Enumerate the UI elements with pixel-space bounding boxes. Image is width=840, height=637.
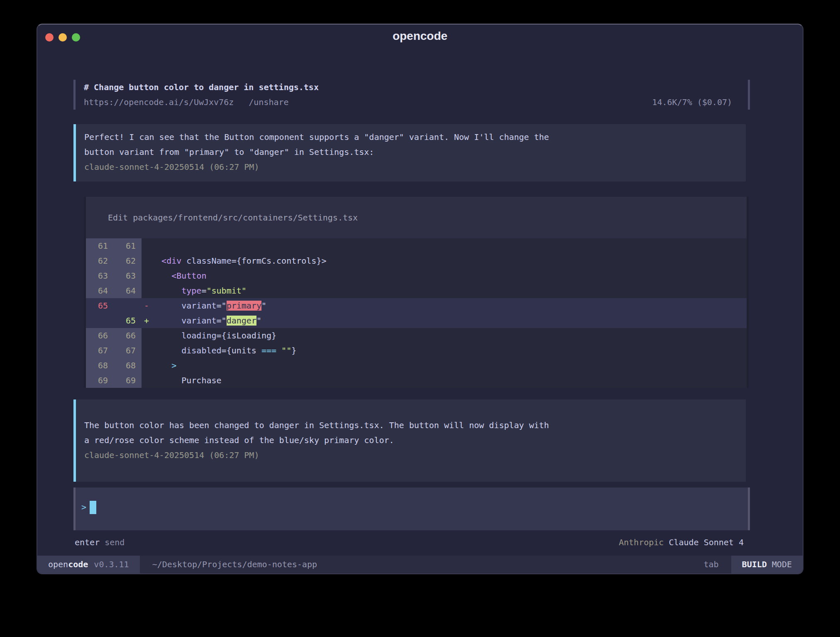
diff-marker — [142, 238, 151, 253]
new-line-number: 61 — [114, 238, 142, 253]
code-token: = — [217, 301, 222, 311]
window-titlebar: opencode — [37, 24, 803, 48]
edit-tool-card: Edit packages/frontend/src/containers/Se… — [84, 197, 749, 388]
diff-marker: - — [142, 298, 151, 313]
code-token: " — [222, 301, 227, 311]
code-token: primary — [227, 301, 261, 311]
code-token — [151, 256, 161, 266]
message-text: Perfect! I can see that the Button compo… — [84, 130, 736, 159]
new-line-number — [114, 298, 142, 313]
share-subrow: https://opencode.ai/s/UwJxv76z /unshare … — [84, 95, 748, 110]
diff-row: 6161 — [86, 238, 747, 253]
code-token: = — [222, 345, 227, 355]
code-token: "" — [281, 345, 291, 355]
old-line-number — [86, 313, 114, 328]
code-token — [151, 286, 181, 296]
status-bar-spacer — [317, 556, 703, 573]
model-indicator: AnthropicClaude Sonnet 4 — [619, 535, 744, 550]
diff-row: 6767 disabled={units === ""} — [86, 343, 747, 358]
brand-open: open — [48, 559, 68, 569]
code-token: } — [291, 345, 296, 355]
old-line-number: 67 — [86, 343, 114, 358]
diff-marker: + — [142, 313, 151, 328]
new-line-number: 69 — [114, 373, 142, 388]
code-line: type="submit" — [151, 283, 747, 298]
code-token: Purchase — [181, 375, 221, 385]
code-token: className — [186, 256, 231, 266]
new-line-number: 66 — [114, 328, 142, 343]
code-token — [151, 375, 181, 385]
code-token: = — [217, 316, 222, 326]
old-line-number: 66 — [86, 328, 114, 343]
diff-view: 61616262 <div className={formCs.controls… — [86, 238, 747, 388]
code-line — [151, 238, 747, 253]
minimize-window-button[interactable] — [59, 33, 67, 42]
code-token — [151, 271, 171, 281]
close-window-button[interactable] — [45, 33, 54, 42]
diff-marker — [142, 253, 151, 268]
share-url: https://opencode.ai/s/UwJxv76z — [84, 97, 234, 107]
session-title: # Change button color to danger in setti… — [84, 80, 748, 95]
code-line: variant="danger" — [151, 313, 747, 328]
code-token: " — [222, 316, 227, 326]
prompt-input[interactable]: > — [73, 488, 750, 530]
code-line: loading={isLoading} — [151, 328, 747, 343]
zoom-window-button[interactable] — [72, 33, 80, 42]
code-token — [151, 316, 181, 326]
code-line: disabled={units === ""} — [151, 343, 747, 358]
send-hint: entersend — [75, 535, 125, 550]
code-token: <div — [161, 256, 181, 266]
new-line-number: 65 — [114, 313, 142, 328]
header-right-rule — [748, 80, 750, 110]
new-line-number: 64 — [114, 283, 142, 298]
assistant-message: Perfect! I can see that the Button compo… — [73, 124, 746, 181]
traffic-lights — [45, 33, 80, 42]
share-header: # Change button color to danger in setti… — [73, 80, 750, 110]
code-line: Purchase — [151, 373, 747, 388]
diff-marker — [142, 283, 151, 298]
diff-row: 6969 Purchase — [86, 373, 747, 388]
diff-row: 65+ variant="danger" — [86, 313, 747, 328]
code-token: type — [181, 286, 201, 296]
code-token: === — [261, 345, 276, 355]
code-token — [151, 345, 181, 355]
new-line-number: 62 — [114, 253, 142, 268]
code-token — [151, 360, 171, 370]
diff-marker — [142, 268, 151, 283]
code-token: > — [321, 256, 326, 266]
send-hint-label: send — [105, 537, 125, 547]
unshare-command: /unshare — [249, 97, 288, 107]
code-token: <Button — [171, 271, 206, 281]
old-line-number: 63 — [86, 268, 114, 283]
message-model-meta: claude-sonnet-4-20250514 (06:27 PM) — [84, 448, 736, 463]
old-line-number: 69 — [86, 373, 114, 388]
app-version-segment: opencodev0.3.11 — [37, 556, 140, 573]
old-line-number: 62 — [86, 253, 114, 268]
code-line: <Button — [151, 268, 747, 283]
diff-row: 6868 > — [86, 358, 747, 373]
code-token: variant — [181, 316, 216, 326]
message-model-meta: claude-sonnet-4-20250514 (06:27 PM) — [84, 159, 736, 174]
code-token: {formCs.controls} — [237, 256, 322, 266]
code-token: = — [232, 256, 237, 266]
message-text: The button color has been changed to dan… — [84, 418, 736, 448]
model-label: Claude Sonnet 4 — [669, 537, 744, 547]
code-token: {isLoading} — [222, 331, 276, 341]
app-version: v0.3.11 — [94, 559, 129, 569]
code-token: > — [171, 360, 176, 370]
tab-key-hint: tab — [703, 556, 718, 573]
new-line-number: 63 — [114, 268, 142, 283]
old-line-number: 68 — [86, 358, 114, 373]
enter-key-hint: enter — [75, 537, 100, 547]
mode-indicator: BUILDMODE — [731, 556, 803, 573]
old-line-number: 64 — [86, 283, 114, 298]
diff-marker — [142, 358, 151, 373]
code-token: danger — [227, 316, 256, 326]
diff-marker — [142, 343, 151, 358]
diff-row: 6666 loading={isLoading} — [86, 328, 747, 343]
mode-name: BUILD — [742, 559, 767, 569]
old-line-number: 61 — [86, 238, 114, 253]
new-line-number: 67 — [114, 343, 142, 358]
text-cursor — [90, 501, 96, 514]
diff-row: 6363 <Button — [86, 268, 747, 283]
